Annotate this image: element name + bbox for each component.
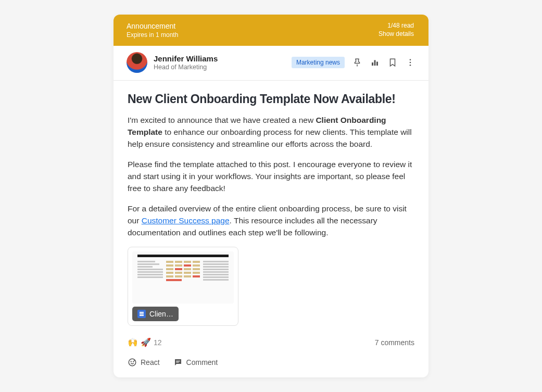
post-title: New Client Onboarding Template Now Avail… [128,92,414,106]
attachment-card[interactable]: Clien… [128,247,238,326]
author-role: Head of Marketing [154,64,218,71]
read-status: 1/48 read [379,22,414,29]
show-details-link[interactable]: Show details [379,30,414,37]
author-name[interactable]: Jennifer Williams [154,54,218,63]
more-icon[interactable] [405,57,415,68]
reaction-rocket-emoji: 🚀 [141,337,151,347]
p1-text-b: to enhance our onboarding process for ne… [128,128,412,148]
bookmark-icon[interactable] [387,57,398,68]
post-paragraph-1: I'm excited to announce that we have cre… [128,115,414,150]
author-text: Jennifer Williams Head of Marketing [154,54,218,71]
react-icon [128,358,137,367]
svg-point-3 [410,59,411,60]
attachment-name: Clien… [149,310,173,318]
react-button[interactable]: React [128,358,160,367]
customer-success-link[interactable]: Customer Success page [142,216,230,225]
announcement-label: Announcement [127,22,178,30]
svg-rect-9 [176,361,180,361]
document-icon [137,310,146,318]
author-info: Jennifer Williams Head of Marketing [127,52,218,73]
reactions-row: 🙌 🚀 12 7 comments [114,337,428,353]
stats-icon[interactable] [370,57,380,68]
comment-button[interactable]: Comment [173,358,218,367]
post-body: I'm excited to announce that we have cre… [128,115,414,238]
svg-rect-10 [176,362,179,363]
announcement-left: Announcement Expires in 1 month [127,22,178,39]
react-label: React [141,358,160,366]
actions-row: React Comment [114,353,428,377]
attachment-thumbnail [132,251,234,304]
reaction-count: 12 [154,338,162,347]
post-controls: Marketing news [292,57,415,68]
comments-count-link[interactable]: 7 comments [375,338,414,347]
svg-point-8 [133,361,134,362]
comment-icon [173,358,183,367]
reactions-summary[interactable]: 🙌 🚀 12 [128,337,162,347]
announcement-bar: Announcement Expires in 1 month 1/48 rea… [114,15,428,46]
reaction-hands-emoji: 🙌 [128,337,138,347]
category-badge[interactable]: Marketing news [292,57,345,68]
comment-label: Comment [186,358,218,366]
announcement-expiry: Expires in 1 month [127,31,178,39]
svg-point-7 [131,361,131,362]
post-paragraph-3: For a detailed overview of the entire cl… [128,203,414,239]
post-card: Announcement Expires in 1 month 1/48 rea… [114,15,428,377]
pin-icon[interactable] [352,57,362,68]
svg-rect-2 [376,62,378,66]
attachment-label: Clien… [132,307,179,321]
svg-rect-0 [372,62,373,66]
svg-rect-1 [374,60,376,66]
p1-text-a: I'm excited to announce that we have cre… [128,116,316,124]
author-row: Jennifer Williams Head of Marketing Mark… [114,46,428,81]
announcement-right: 1/48 read Show details [379,22,414,37]
post-content: New Client Onboarding Template Now Avail… [114,81,428,337]
svg-point-5 [410,65,411,66]
svg-point-4 [410,62,411,64]
post-paragraph-2: Please find the template attached to thi… [128,159,414,195]
avatar[interactable] [127,52,147,73]
